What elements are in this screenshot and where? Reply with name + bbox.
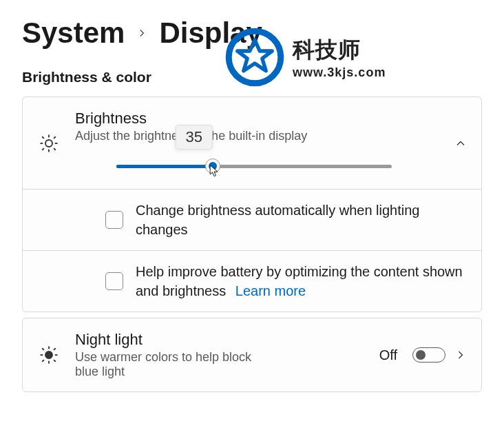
learn-more-link[interactable]: Learn more	[235, 283, 306, 298]
nightlight-card: Night light Use warmer colors to help bl…	[22, 318, 482, 392]
svg-line-9	[42, 148, 44, 150]
battery-optimize-row[interactable]: Help improve battery by optimizing the c…	[23, 251, 481, 312]
breadcrumb-current: Display	[159, 17, 262, 50]
nightlight-state: Off	[379, 347, 397, 363]
brightness-slider[interactable]: 35	[75, 156, 440, 176]
brightness-title: Brightness	[75, 110, 440, 128]
chevron-right-icon	[136, 22, 148, 44]
brightness-subtitle: Adjust the brightness of the built-in di…	[75, 129, 440, 143]
cursor-arrow-icon	[209, 165, 219, 179]
svg-line-10	[54, 136, 56, 139]
svg-point-2	[45, 140, 52, 147]
svg-point-11	[45, 351, 52, 358]
section-title: Brightness & color	[22, 69, 482, 85]
svg-line-18	[42, 360, 44, 362]
brightness-panel: Brightness Adjust the brightness of the …	[23, 97, 481, 190]
brightness-card: Brightness Adjust the brightness of the …	[22, 96, 482, 312]
auto-brightness-label: Change brightness automatically when lig…	[136, 201, 468, 239]
auto-brightness-row[interactable]: Change brightness automatically when lig…	[23, 190, 481, 251]
nightlight-icon	[39, 345, 59, 365]
svg-line-5	[42, 136, 44, 139]
nightlight-panel[interactable]: Night light Use warmer colors to help bl…	[23, 318, 481, 391]
svg-line-14	[42, 348, 44, 350]
auto-brightness-checkbox[interactable]	[105, 211, 123, 229]
battery-optimize-checkbox[interactable]	[105, 272, 123, 290]
svg-line-19	[54, 348, 56, 350]
chevron-right-icon[interactable]	[454, 348, 468, 362]
battery-optimize-label: Help improve battery by optimizing the c…	[136, 262, 468, 300]
nightlight-subtitle: Use warmer colors to help block blue lig…	[75, 350, 254, 379]
breadcrumb: System Display	[22, 17, 482, 50]
brightness-value-tooltip: 35	[176, 125, 213, 150]
svg-line-15	[54, 360, 56, 362]
svg-line-6	[54, 148, 56, 150]
nightlight-title: Night light	[75, 331, 366, 349]
sun-icon	[39, 133, 59, 154]
nightlight-toggle[interactable]	[412, 347, 445, 363]
chevron-up-icon[interactable]	[454, 136, 468, 150]
breadcrumb-root[interactable]: System	[22, 17, 125, 50]
